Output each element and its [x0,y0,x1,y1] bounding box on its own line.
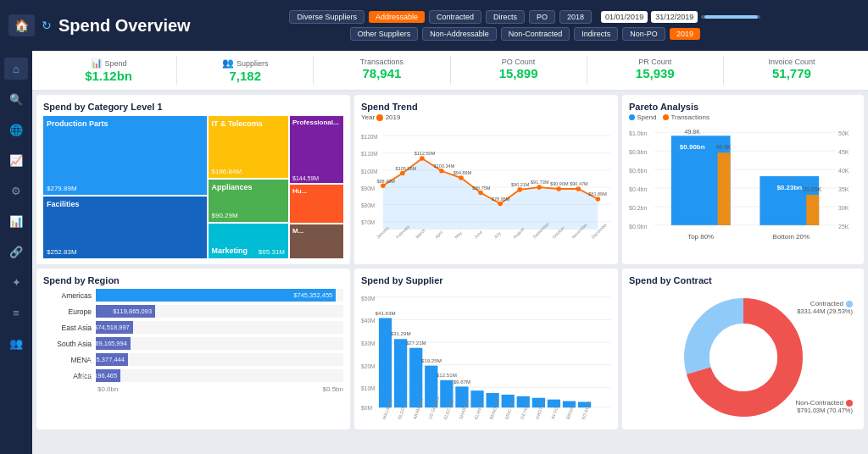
sidebar-icon-users[interactable]: 👥 [4,332,28,354]
date-slider[interactable] [701,15,760,19]
sidebar-icon-globe[interactable]: 🌐 [4,119,28,141]
main-content: 📊 Spend $1.12bn 👥 Suppliers 7,182 Transa… [32,51,868,454]
card-spend-category: Spend by Category Level 1 Production Par… [36,95,350,264]
filter-other-suppliers[interactable]: Other Suppliers [350,27,419,41]
kpi-invoice-label: Invoice Count [768,58,815,66]
dashboard-grid: Spend by Category Level 1 Production Par… [32,91,868,454]
region-row-east-asia: East Asia $74,518,997 [43,321,343,334]
filter-2018[interactable]: 2018 [559,10,592,24]
svg-text:$20M: $20M [361,363,376,369]
svg-point-24 [596,197,601,202]
svg-rect-74 [806,195,819,225]
contract-label-non-contracted: Non-Contracted $791.03M (70.47%) [796,399,853,414]
svg-text:$90M: $90M [361,185,375,191]
card-pareto: Pareto Analysis Spend Transactions $1.0b… [622,95,864,264]
card-spend-trend-title: Spend Trend [361,102,611,112]
svg-text:$94.89M: $94.89M [453,170,472,175]
region-bar-mena: $65,377,444 [96,353,128,366]
card-pareto-title: Pareto Analysis [629,102,857,112]
svg-text:$0.8bn: $0.8bn [629,149,647,155]
svg-text:40K: 40K [838,168,849,174]
region-axis-end: $0.5bn [323,385,343,393]
sidebar-icon-analytics[interactable]: 📊 [4,210,28,232]
filter-2019[interactable]: 2019 [670,28,700,40]
svg-point-20 [517,187,522,192]
kpi-transactions-label: Transactions [360,58,403,66]
svg-text:$31.29M: $31.29M [391,330,411,336]
treemap-production-parts[interactable]: Production Parts $279.89M [43,116,207,195]
svg-text:$0.90bn: $0.90bn [680,143,705,151]
contract-label-contracted: Contracted $331.44M (29.53%) [797,300,853,315]
treemap: Production Parts $279.89M Facilities $25… [43,116,343,258]
treemap-m[interactable]: M... [290,224,343,258]
sidebar-icon-chart[interactable]: 📈 [4,149,28,171]
kpi-row: 📊 Spend $1.12bn 👥 Suppliers 7,182 Transa… [32,51,868,91]
svg-text:July: July [492,230,502,240]
sidebar-icon-home[interactable]: ⌂ [4,58,28,80]
filter-contracted[interactable]: Contracted [429,10,481,24]
svg-text:$90.47M: $90.47M [570,181,588,186]
svg-text:45K: 45K [838,149,849,155]
filter-non-contracted[interactable]: Non-Contracted [501,27,570,41]
kpi-pr-value: 15,939 [591,66,720,80]
sidebar-icon-link[interactable]: 🔗 [4,241,28,263]
region-bars: Americas $745,352,455 Europe $119,865,0 [43,289,343,382]
svg-text:$19.25M: $19.25M [421,357,442,363]
svg-text:$105.36M: $105.36M [396,166,417,171]
kpi-transactions: Transactions 78,941 [314,56,450,85]
sidebar-icon-star[interactable]: ✦ [4,271,28,293]
svg-point-14 [400,171,405,176]
svg-text:$0.4bn: $0.4bn [629,186,647,192]
kpi-suppliers-label: Suppliers [236,59,269,68]
filter-non-po[interactable]: Non-PO [622,27,665,41]
svg-point-19 [498,202,503,207]
treemap-hu[interactable]: Hu... [290,185,343,223]
kpi-invoice-value: 51,779 [727,66,856,80]
date-end[interactable]: 31/12/2019 [651,11,698,23]
region-label-south-asia: South Asia [43,340,96,348]
refresh-icon[interactable]: ↻ [42,19,52,32]
svg-text:$0M: $0M [361,405,372,411]
svg-point-15 [420,156,425,161]
sidebar-icon-hierarchy[interactable]: ⚙ [4,180,28,202]
region-bar-south-asia: $69,165,994 [96,337,131,350]
filter-row-1: Diverse Suppliers Addressable Contracted… [289,10,760,24]
svg-point-16 [439,169,444,174]
date-range: 01/01/2019 31/12/2019 [601,11,760,23]
svg-point-22 [556,186,561,191]
filter-directs[interactable]: Directs [486,10,525,24]
treemap-marketing[interactable]: Marketing $65.31M [209,224,289,258]
sidebar-icon-list[interactable]: ≡ [4,302,28,324]
treemap-appliances[interactable]: Appliances $90.29M [209,180,289,222]
region-axis: $0.0bn $0.5bn [43,385,343,393]
home-icon[interactable]: 🏠 [8,14,35,36]
sidebar-icon-search[interactable]: 🔍 [4,88,28,110]
svg-text:$112.50M: $112.50M [415,151,436,156]
svg-text:$12.51M: $12.51M [437,372,457,378]
svg-point-17 [459,175,464,180]
header-logo: 🏠 ↻ Spend Overview [8,14,191,36]
treemap-it-telecoms[interactable]: IT & Telecoms $186.84M [209,116,289,178]
filter-row-2: Other Suppliers Non-Addressable Non-Cont… [350,27,700,41]
pareto-chart-svg: $1.0bn $0.8bn $0.6bn $0.4bn $0.2bn $0.0b… [629,124,857,257]
kpi-suppliers: 👥 Suppliers 7,182 [177,56,314,85]
svg-point-18 [478,191,483,196]
svg-point-21 [537,185,542,190]
card-spend-category-title: Spend by Category Level 1 [43,102,343,112]
layout: ⌂ 🔍 🌐 📈 ⚙ 📊 🔗 ✦ ≡ 👥 📊 Spend $1.12bn 👥 Su [0,51,868,454]
treemap-professional[interactable]: Professional... $144.59M [290,116,343,183]
filter-po[interactable]: PO [529,10,555,24]
svg-text:$78.95M: $78.95M [492,197,510,202]
treemap-facilities[interactable]: Facilities $252.83M [43,197,207,258]
region-row-americas: Americas $745,352,455 [43,289,343,302]
filter-addressable[interactable]: Addressable [369,11,425,23]
svg-text:$86.75M: $86.75M [472,185,491,191]
svg-text:January: January [376,224,390,239]
filter-indirects[interactable]: Indirects [574,27,618,41]
svg-point-23 [576,186,581,191]
card-spend-contract: Spend by Contract Contracted [622,269,864,429]
date-start[interactable]: 01/01/2019 [601,11,648,23]
filter-non-addressable[interactable]: Non-Addressable [422,27,497,41]
filter-diverse-suppliers[interactable]: Diverse Suppliers [289,10,364,24]
svg-text:$9.67M: $9.67M [453,379,471,385]
